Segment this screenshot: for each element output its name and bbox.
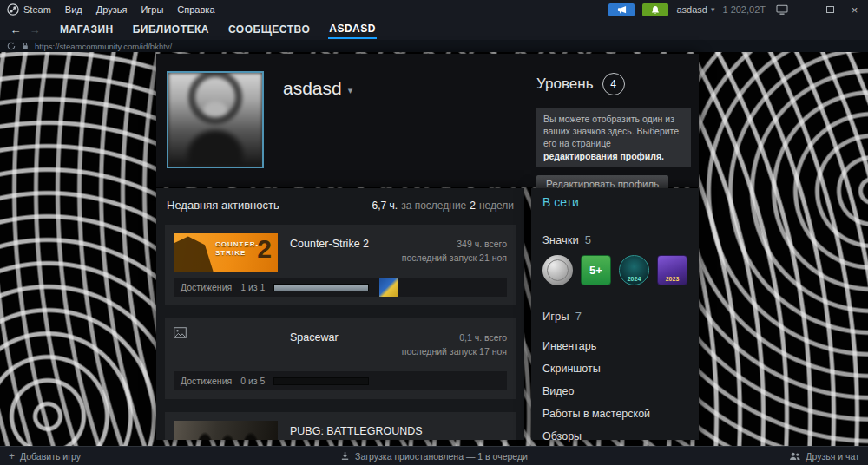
game-title[interactable]: Counter-Strike 2 xyxy=(290,238,369,272)
plus-icon: + xyxy=(9,450,15,462)
cs2-capsule-line2: STRIKE xyxy=(215,249,259,258)
hours-total: 0,1 ч. всего xyxy=(459,332,507,343)
profile-page: asdasd ▾ Уровень 4 Вы можете отобразить … xyxy=(156,54,699,440)
persona-dropdown[interactable]: asdasd ▾ xyxy=(283,78,352,99)
nav-community[interactable]: СООБЩЕСТВО xyxy=(227,21,311,38)
achievement-icon[interactable] xyxy=(379,278,398,297)
back-button[interactable]: ← xyxy=(9,23,23,36)
steam-logo-icon xyxy=(7,3,19,16)
chevron-down-icon: ▾ xyxy=(348,85,353,96)
achievements-progress-bar xyxy=(273,284,369,291)
menu-bar: Вид Друзья Игры Справка xyxy=(65,4,215,15)
online-status: В сети xyxy=(542,195,687,209)
steam-client-window: Steam Вид Друзья Игры Справка asdasd ▾ xyxy=(0,0,868,465)
achievements-label: Достижения xyxy=(181,282,232,292)
announcements-button[interactable] xyxy=(608,3,635,16)
nav-library[interactable]: БИБЛИОТЕКА xyxy=(132,21,210,38)
avatar[interactable] xyxy=(167,71,264,168)
awards-2023-badge[interactable]: 2023 xyxy=(657,255,687,285)
app-name: Steam xyxy=(23,4,51,15)
steam-menu-button[interactable]: Steam xyxy=(7,3,51,16)
page-content: asdasd ▾ Уровень 4 Вы можете отобразить … xyxy=(0,52,868,446)
game-stats: 349 ч. всего последний запуск 21 ноя xyxy=(402,237,507,272)
level-badge: 4 xyxy=(602,73,625,95)
status-bar: + Добавить игру Загрузка приостановлена … xyxy=(0,446,868,465)
close-button[interactable]: × xyxy=(846,2,863,17)
persona-name: asdasd xyxy=(283,78,342,99)
sidebar-item-workshop[interactable]: Работы в мастерской xyxy=(542,403,687,425)
cs2-capsule-number: 2 xyxy=(257,234,272,264)
games-label: Игры xyxy=(542,310,569,323)
badges-count: 5 xyxy=(585,233,591,246)
card-top: Spacewar 0,1 ч. всего последний запуск 1… xyxy=(174,327,507,365)
account-dropdown[interactable]: asdasd ▾ xyxy=(676,4,714,15)
achievements-label: Достижения xyxy=(181,376,232,386)
badges-header[interactable]: Значки5 xyxy=(542,233,687,246)
add-game-label: Добавить игру xyxy=(20,451,81,462)
badge-hint: Вы можете отобразить один из ваших значк… xyxy=(536,108,691,167)
url-bar: https://steamcommunity.com/id/bkhtv/ xyxy=(0,40,868,52)
badges-row: 5+ 2024 2023 xyxy=(542,255,687,285)
level-row: Уровень 4 xyxy=(536,73,691,95)
friends-chat-button[interactable]: Друзья и чат xyxy=(789,451,859,462)
sidebar-links: Инвентарь Скриншоты Видео Работы в масте… xyxy=(542,335,687,448)
hours-total: 349 ч. всего xyxy=(457,239,507,249)
menu-view[interactable]: Вид xyxy=(65,4,82,15)
menu-help[interactable]: Справка xyxy=(177,4,214,15)
level-column: Уровень 4 Вы можете отобразить один из в… xyxy=(536,73,691,193)
game-card-cs2: COUNTER- STRIKE 2 Counter-Strike 2 349 ч… xyxy=(165,225,516,305)
menu-friends[interactable]: Друзья xyxy=(96,4,128,15)
sidebar-item-inventory[interactable]: Инвентарь xyxy=(542,335,687,357)
menu-games[interactable]: Игры xyxy=(141,4,163,15)
winter-2024-badge[interactable]: 2024 xyxy=(619,255,649,285)
silver-medal-badge[interactable] xyxy=(542,255,573,285)
games-header[interactable]: Игры7 xyxy=(542,310,687,323)
sidebar-item-screenshots[interactable]: Скриншоты xyxy=(542,357,687,380)
account-name: asdasd xyxy=(676,4,707,15)
remote-play-button[interactable] xyxy=(773,2,790,17)
card-top: PUBG: BATTLEGROUNDS xyxy=(174,421,507,440)
minimize-button[interactable]: − xyxy=(798,2,814,17)
main-nav: ← → МАГАЗИН БИБЛИОТЕКА СООБЩЕСТВО ASDASD xyxy=(0,19,868,40)
maximize-button[interactable] xyxy=(822,2,838,17)
achievements-count: 1 из 1 xyxy=(240,282,265,292)
five-plus-badge[interactable]: 5+ xyxy=(581,255,611,285)
game-title[interactable]: PUBG: BATTLEGROUNDS xyxy=(290,425,423,440)
lock-icon xyxy=(22,42,29,50)
nav-store[interactable]: МАГАЗИН xyxy=(59,21,115,38)
game-title[interactable]: Spacewar xyxy=(290,331,339,365)
game-card-spacewar: Spacewar 0,1 ч. всего последний запуск 1… xyxy=(165,318,516,399)
refresh-icon[interactable] xyxy=(7,42,16,50)
avatar-image xyxy=(168,73,262,167)
badge-year-label: 2024 xyxy=(620,276,648,282)
edit-profile-link[interactable]: редактирования профиля. xyxy=(543,151,664,161)
games-count: 7 xyxy=(575,310,582,323)
bell-icon xyxy=(651,5,660,15)
achievements-progress-bar xyxy=(273,377,369,385)
add-game-button[interactable]: + Добавить игру xyxy=(9,450,81,462)
forward-button[interactable]: → xyxy=(28,23,42,36)
download-status[interactable]: Загрузка приостановлена — 1 в очереди xyxy=(340,451,528,462)
achievements-row: Достижения 1 из 1 xyxy=(174,278,507,297)
profile-header: asdasd ▾ Уровень 4 Вы можете отобразить … xyxy=(156,54,699,187)
cs2-capsule-image[interactable]: COUNTER- STRIKE 2 xyxy=(174,233,278,272)
maximize-icon xyxy=(826,6,834,13)
sidebar-item-videos[interactable]: Видео xyxy=(542,380,687,403)
summary-mid: за последние xyxy=(401,200,466,212)
megaphone-icon xyxy=(617,5,627,15)
download-icon xyxy=(340,451,350,461)
achievements-row: Достижения 0 из 5 xyxy=(174,371,507,390)
pubg-capsule-image[interactable] xyxy=(174,421,278,440)
chevron-down-icon: ▾ xyxy=(711,5,715,14)
sidebar-item-reviews[interactable]: Обзоры xyxy=(542,425,687,448)
nav-profile[interactable]: ASDASD xyxy=(328,20,377,39)
badges-label: Значки xyxy=(542,233,579,246)
badge-hint-text: Вы можете отобразить один из ваших значк… xyxy=(543,114,679,148)
notifications-button[interactable] xyxy=(642,3,668,16)
cs2-capsule-line1: COUNTER- xyxy=(215,240,259,249)
titlebar: Steam Вид Друзья Игры Справка asdasd ▾ xyxy=(0,0,868,19)
wallet-balance[interactable]: 1 202,02T xyxy=(722,4,766,15)
spacewar-capsule-placeholder[interactable] xyxy=(174,327,278,365)
profile-sidebar: В сети Значки5 5+ 2024 2023 Игры7 xyxy=(531,188,699,440)
summary-weeks: 2 xyxy=(470,200,476,212)
